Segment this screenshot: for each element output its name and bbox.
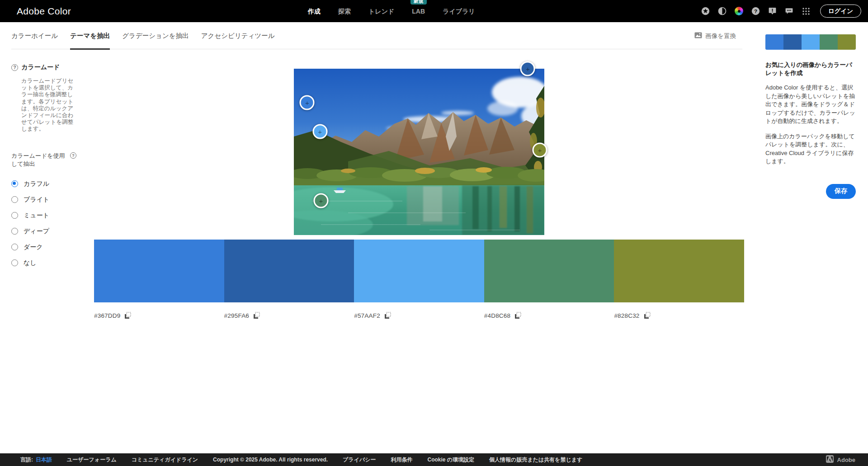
mini-palette-preview: [765, 34, 856, 50]
color-picker-handle[interactable]: +: [533, 143, 547, 158]
tab-accessibility-tools[interactable]: アクセシビリティツール: [201, 22, 275, 50]
mood-options: カラフル ブライト ミュート ディープ ダーク なし: [11, 180, 90, 267]
hex-cell: #295FA6: [224, 312, 354, 319]
mini-swatch: [765, 34, 783, 50]
color-picker-handle[interactable]: +: [300, 95, 315, 110]
footer-links: 言語: 日本語 ユーザーフォーラム コミュニティガイドライン Copyright…: [0, 456, 582, 464]
panel-title: お気に入りの画像からカラーパレットを作成: [765, 61, 856, 77]
chat-icon[interactable]: [785, 7, 794, 16]
help-icon[interactable]: ?: [751, 7, 760, 16]
hex-value: #4D8C68: [484, 312, 510, 319]
image-icon: [694, 32, 702, 40]
adobe-brand-text: Adobe: [837, 457, 855, 463]
tab-extract-theme[interactable]: テーマを抽出: [70, 22, 110, 50]
hex-value: #828C32: [614, 312, 639, 319]
panel-paragraph-1: Adobe Color を使用すると、選択した画像から美しいパレットを抽出できま…: [765, 84, 856, 126]
source-photo: [294, 69, 544, 235]
hex-value: #57AAF2: [354, 312, 380, 319]
source-image-canvas[interactable]: + + + + +: [294, 69, 544, 235]
color-picker-handle[interactable]: +: [312, 124, 327, 139]
nav-item-lab-label: LAB: [412, 8, 425, 15]
hex-cell: #828C32: [614, 312, 744, 319]
mini-swatch: [802, 34, 820, 50]
radio-icon: [11, 180, 18, 187]
mood-option-none[interactable]: なし: [11, 259, 90, 267]
hex-cell: #4D8C68: [484, 312, 614, 319]
palette-swatch[interactable]: [484, 240, 614, 302]
starred-icon[interactable]: [701, 7, 710, 16]
radio-icon: [11, 196, 18, 203]
extracted-palette: [94, 240, 744, 302]
mood-option-muted[interactable]: ミュート: [11, 212, 90, 220]
footer-link-community-guidelines[interactable]: コミュニティガイドライン: [132, 456, 198, 464]
hex-cell: #367DD9: [94, 312, 224, 319]
color-mood-description: カラームードプリセットを選択して、カラー抽出を微調整します。各プリセットは、特定…: [21, 78, 76, 133]
radio-icon: [11, 259, 18, 266]
mini-swatch: [838, 34, 856, 50]
palette-swatch[interactable]: [354, 240, 484, 302]
nav-item-libraries[interactable]: ライブラリ: [443, 8, 475, 14]
nav-item-explore[interactable]: 探索: [338, 8, 351, 14]
footer-link-do-not-sell[interactable]: 個人情報の販売または共有を禁じます: [489, 456, 582, 464]
help-icon[interactable]: ?: [11, 64, 18, 71]
top-navbar: Adobe Color 作成 探索 トレンド 新規 LAB ライブラリ ? ログ…: [0, 0, 868, 22]
language-label: 言語:: [20, 456, 33, 464]
palette-swatch[interactable]: [94, 240, 224, 302]
adobe-logo-icon: [826, 455, 834, 465]
contrast-theme-icon[interactable]: [718, 7, 727, 16]
copy-hex-icon[interactable]: [384, 312, 391, 319]
feedback-icon[interactable]: [768, 7, 777, 16]
language-link[interactable]: 日本語: [36, 456, 52, 464]
copy-hex-icon[interactable]: [644, 312, 651, 319]
nav-item-lab[interactable]: 新規 LAB: [412, 8, 425, 14]
palette-swatch[interactable]: [224, 240, 354, 302]
palette-swatch[interactable]: [614, 240, 744, 302]
save-panel: お気に入りの画像からカラーパレットを作成 Adobe Color を使用すると、…: [765, 34, 856, 199]
apps-grid-icon[interactable]: [802, 7, 811, 16]
radio-icon: [11, 212, 18, 219]
page-footer: 言語: 日本語 ユーザーフォーラム コミュニティガイドライン Copyright…: [0, 453, 868, 466]
hex-value: #367DD9: [94, 312, 120, 319]
help-icon[interactable]: ?: [70, 152, 76, 159]
replace-image-button[interactable]: 画像を置換: [692, 22, 739, 50]
copy-hex-icon[interactable]: [514, 312, 521, 319]
save-button[interactable]: 保存: [826, 184, 856, 199]
nav-item-create[interactable]: 作成: [308, 8, 321, 14]
tab-extract-gradient[interactable]: グラデーションを抽出: [122, 22, 189, 50]
footer-link-user-forum[interactable]: ユーザーフォーラム: [67, 456, 117, 464]
brand-logo[interactable]: Adobe Color: [17, 0, 71, 22]
tool-tabbar: カラーホイール テーマを抽出 グラデーションを抽出 アクセシビリティツール 画像…: [0, 22, 868, 50]
footer-link-terms[interactable]: 利用条件: [391, 456, 412, 464]
footer-link-cookie-preferences[interactable]: Cookie の環境設定: [427, 456, 474, 464]
use-mood-label: カラームードを使用して抽出: [11, 152, 66, 168]
tool-tabs: カラーホイール テーマを抽出 グラデーションを抽出 アクセシビリティツール: [11, 22, 275, 50]
tab-color-wheel[interactable]: カラーホイール: [11, 22, 58, 50]
hex-code-row: #367DD9 #295FA6 #57AAF2 #4D8C68 #828C32: [94, 312, 744, 319]
color-mood-header: ? カラームード: [11, 63, 90, 71]
login-button[interactable]: ログイン: [820, 5, 861, 18]
radio-icon: [11, 244, 18, 250]
mood-option-deep[interactable]: ディープ: [11, 227, 90, 235]
copy-hex-icon[interactable]: [124, 312, 131, 319]
mood-option-bright[interactable]: ブライト: [11, 196, 90, 204]
copyright-text: Copyright © 2025 Adobe. All rights reser…: [213, 457, 328, 463]
color-picker-handle[interactable]: +: [520, 61, 535, 76]
language-selector: 言語: 日本語: [20, 456, 52, 464]
radio-icon: [11, 228, 18, 235]
hex-cell: #57AAF2: [354, 312, 484, 319]
replace-image-label: 画像を置換: [705, 32, 736, 40]
navbar-actions: ? ログイン: [701, 0, 861, 22]
footer-link-privacy[interactable]: プライバシー: [343, 456, 376, 464]
color-mood-sidebar: ? カラームード カラームードプリセットを選択して、カラー抽出を微調整します。各…: [11, 63, 90, 267]
panel-paragraph-2: 画像上のカラーパックを移動してパレットを調整します。次に、Creative Cl…: [765, 132, 856, 166]
mini-swatch: [820, 34, 838, 50]
nav-item-trends[interactable]: トレンド: [368, 8, 394, 14]
copy-hex-icon[interactable]: [253, 312, 260, 319]
color-picker-handle[interactable]: +: [313, 193, 328, 208]
mini-swatch: [783, 34, 802, 50]
color-wheel-icon[interactable]: [735, 7, 744, 16]
mood-option-colorful[interactable]: カラフル: [11, 180, 90, 188]
mood-option-dark[interactable]: ダーク: [11, 243, 90, 251]
footer-brand: Adobe: [826, 455, 868, 465]
primary-nav: 作成 探索 トレンド 新規 LAB ライブラリ: [308, 0, 475, 22]
